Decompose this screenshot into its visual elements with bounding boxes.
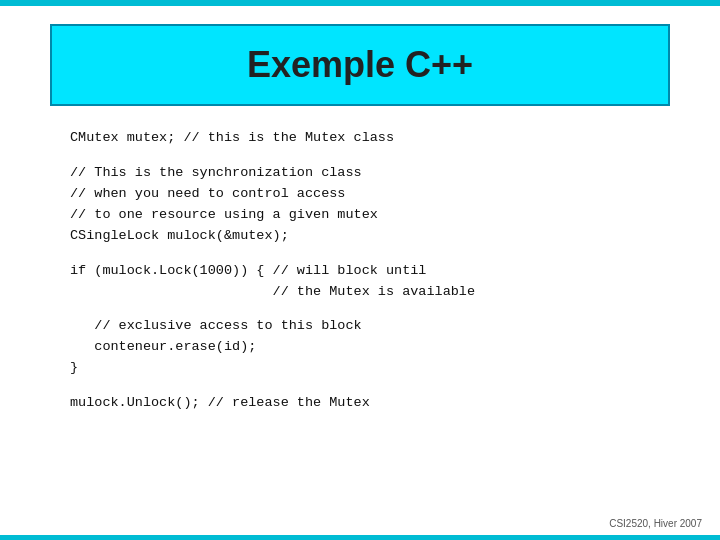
code-line-11: // exclusive access to this block xyxy=(70,316,650,337)
code-line-13: } xyxy=(70,358,650,379)
code-section-2: // This is the synchronization class // … xyxy=(70,163,650,247)
code-line-5: // to one resource using a given mutex xyxy=(70,205,650,226)
top-bar xyxy=(0,0,720,6)
code-line-3: // This is the synchronization class xyxy=(70,163,650,184)
code-line-15: mulock.Unlock(); // release the Mutex xyxy=(70,393,650,414)
bottom-bar xyxy=(0,535,720,540)
slide-title: Exemple C++ xyxy=(247,44,473,85)
code-section-3: if (mulock.Lock(1000)) { // will block u… xyxy=(70,261,650,303)
code-line-6: CSingleLock mulock(&mutex); xyxy=(70,226,650,247)
code-section-5: mulock.Unlock(); // release the Mutex xyxy=(70,393,650,414)
slide: Exemple C++ CMutex mutex; // this is the… xyxy=(0,0,720,540)
code-line-9: // the Mutex is available xyxy=(70,282,650,303)
code-line-1: CMutex mutex; // this is the Mutex class xyxy=(70,128,650,149)
code-area: CMutex mutex; // this is the Mutex class… xyxy=(0,106,720,514)
title-area: Exemple C++ xyxy=(50,24,670,106)
footer-text: CSI2520, Hiver 2007 xyxy=(609,518,702,529)
code-line-4: // when you need to control access xyxy=(70,184,650,205)
code-line-12: conteneur.erase(id); xyxy=(70,337,650,358)
code-line-8: if (mulock.Lock(1000)) { // will block u… xyxy=(70,261,650,282)
code-section-4: // exclusive access to this block conten… xyxy=(70,316,650,379)
code-section-1: CMutex mutex; // this is the Mutex class xyxy=(70,128,650,149)
footer: CSI2520, Hiver 2007 xyxy=(0,514,720,535)
